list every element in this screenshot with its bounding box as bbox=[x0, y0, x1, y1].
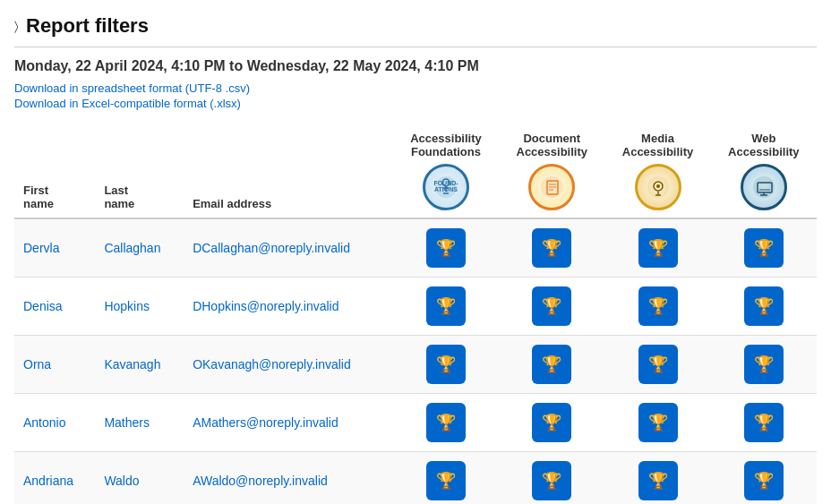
cell-badge-foundations: 🏆 bbox=[393, 452, 499, 505]
col-header-web-accessibility: Web Accessibility bbox=[711, 124, 817, 218]
cell-last-name: Kavanagh bbox=[95, 336, 184, 394]
cell-badge-foundations: 🏆 bbox=[393, 394, 499, 452]
cell-badge-web: 🏆 bbox=[711, 278, 817, 336]
cell-badge-web: 🏆 bbox=[711, 452, 817, 505]
trophy-icon: 🏆 bbox=[648, 296, 668, 316]
chevron-right-icon: 〉 bbox=[14, 19, 19, 34]
trophy-button-media[interactable]: 🏆 bbox=[638, 461, 678, 500]
cell-last-name: Waldo bbox=[95, 452, 184, 505]
date-range: Monday, 22 April 2024, 4:10 PM to Wednes… bbox=[14, 58, 817, 74]
cell-badge-media: 🏆 bbox=[604, 218, 710, 278]
trophy-icon: 🏆 bbox=[542, 471, 561, 491]
cell-badge-media: 🏆 bbox=[604, 278, 710, 336]
trophy-icon: 🏆 bbox=[436, 238, 456, 258]
cell-first-name: Orna bbox=[14, 336, 95, 394]
cell-badge-web: 🏆 bbox=[711, 218, 817, 278]
trophy-button-foundations[interactable]: 🏆 bbox=[426, 228, 466, 268]
table-row: OrnaKavanaghOKavanagh@noreply.invalid🏆🏆🏆… bbox=[14, 336, 817, 394]
cell-email: DHopkins@noreply.invalid bbox=[184, 278, 393, 336]
cell-first-name: Dervla bbox=[14, 218, 95, 278]
trophy-icon: 🏆 bbox=[648, 238, 668, 258]
report-table: First name Last name Email address Acces… bbox=[14, 124, 817, 504]
col-header-accessibility-foundations: Accessibility Foundations FOUND- ATIONS bbox=[393, 124, 499, 218]
table-row: DenisaHopkinsDHopkins@noreply.invalid🏆🏆🏆… bbox=[14, 278, 817, 336]
trophy-button-foundations[interactable]: 🏆 bbox=[426, 286, 466, 326]
trophy-icon: 🏆 bbox=[436, 355, 456, 374]
download-csv-link[interactable]: Download in spreadsheet format (UTF-8 .c… bbox=[14, 81, 817, 95]
col-header-email: Email address bbox=[184, 124, 393, 218]
col-header-document-accessibility: Document Accessibility bbox=[499, 124, 604, 218]
trophy-button-media[interactable]: 🏆 bbox=[638, 286, 678, 326]
trophy-icon: 🏆 bbox=[542, 355, 561, 374]
trophy-button-media[interactable]: 🏆 bbox=[638, 345, 678, 384]
cell-first-name: Antonio bbox=[14, 394, 95, 452]
trophy-button-web[interactable]: 🏆 bbox=[744, 345, 784, 384]
cell-email: DCallaghan@noreply.invalid bbox=[184, 218, 393, 278]
download-xlsx-link[interactable]: Download in Excel-compatible format (.xl… bbox=[14, 97, 817, 110]
trophy-button-foundations[interactable]: 🏆 bbox=[426, 345, 466, 384]
trophy-icon: 🏆 bbox=[754, 413, 774, 432]
trophy-button-document[interactable]: 🏆 bbox=[532, 345, 571, 384]
trophy-icon: 🏆 bbox=[542, 296, 561, 316]
download-links: Download in spreadsheet format (UTF-8 .c… bbox=[14, 81, 817, 110]
trophy-button-document[interactable]: 🏆 bbox=[532, 461, 571, 500]
trophy-icon: 🏆 bbox=[542, 238, 561, 258]
trophy-button-foundations[interactable]: 🏆 bbox=[426, 461, 466, 500]
trophy-icon: 🏆 bbox=[542, 413, 561, 432]
trophy-icon: 🏆 bbox=[436, 471, 456, 491]
table-header-row: First name Last name Email address Acces… bbox=[14, 124, 817, 218]
trophy-button-web[interactable]: 🏆 bbox=[744, 461, 784, 500]
trophy-button-media[interactable]: 🏆 bbox=[638, 403, 678, 442]
cell-badge-document: 🏆 bbox=[499, 278, 604, 336]
cell-badge-foundations: 🏆 bbox=[393, 278, 499, 336]
cell-email: OKavanagh@noreply.invalid bbox=[184, 336, 393, 394]
trophy-button-document[interactable]: 🏆 bbox=[532, 403, 571, 442]
col-header-last-name: Last name bbox=[95, 124, 184, 218]
cell-email: AWaldo@noreply.invalid bbox=[184, 452, 393, 505]
trophy-button-document[interactable]: 🏆 bbox=[532, 286, 571, 326]
col-header-first-name: First name bbox=[14, 124, 95, 218]
table-row: AntonioMathersAMathers@noreply.invalid🏆🏆… bbox=[14, 394, 817, 452]
cell-badge-document: 🏆 bbox=[499, 452, 604, 505]
col-header-media-accessibility: Media Accessibility bbox=[604, 124, 710, 218]
cell-badge-web: 🏆 bbox=[711, 336, 817, 394]
svg-point-14 bbox=[656, 184, 660, 188]
cell-badge-foundations: 🏆 bbox=[393, 218, 499, 278]
document-badge-icon bbox=[528, 164, 575, 210]
media-badge-icon bbox=[635, 164, 681, 210]
cell-badge-document: 🏆 bbox=[499, 336, 604, 394]
cell-badge-media: 🏆 bbox=[604, 394, 710, 452]
cell-last-name: Callaghan bbox=[95, 218, 184, 278]
cell-badge-media: 🏆 bbox=[604, 452, 710, 505]
cell-badge-foundations: 🏆 bbox=[393, 336, 499, 394]
trophy-icon: 🏆 bbox=[648, 471, 668, 491]
trophy-button-web[interactable]: 🏆 bbox=[744, 403, 784, 442]
foundations-badge-icon: FOUND- ATIONS bbox=[423, 164, 469, 210]
cell-badge-media: 🏆 bbox=[604, 336, 710, 394]
cell-first-name: Andriana bbox=[14, 452, 95, 505]
trophy-icon: 🏆 bbox=[648, 413, 668, 432]
trophy-icon: 🏆 bbox=[754, 296, 774, 316]
svg-text:FOUND-: FOUND- bbox=[433, 180, 458, 186]
cell-last-name: Hopkins bbox=[95, 278, 184, 336]
cell-first-name: Denisa bbox=[14, 278, 95, 336]
cell-badge-web: 🏆 bbox=[711, 394, 817, 452]
cell-email: AMathers@noreply.invalid bbox=[184, 394, 393, 452]
report-filters-section: 〉 Report filters bbox=[14, 14, 817, 47]
trophy-button-foundations[interactable]: 🏆 bbox=[426, 403, 466, 442]
table-row: AndrianaWaldoAWaldo@noreply.invalid🏆🏆🏆🏆 bbox=[14, 452, 817, 505]
trophy-icon: 🏆 bbox=[754, 471, 774, 491]
trophy-button-media[interactable]: 🏆 bbox=[638, 228, 678, 268]
report-filters-title: Report filters bbox=[26, 14, 149, 38]
cell-badge-document: 🏆 bbox=[499, 218, 604, 278]
table-row: DervlaCallaghanDCallaghan@noreply.invali… bbox=[14, 218, 817, 278]
trophy-button-document[interactable]: 🏆 bbox=[532, 228, 571, 268]
trophy-icon: 🏆 bbox=[436, 296, 456, 316]
web-badge-icon bbox=[741, 164, 787, 210]
trophy-icon: 🏆 bbox=[754, 238, 774, 258]
trophy-button-web[interactable]: 🏆 bbox=[744, 228, 784, 268]
trophy-icon: 🏆 bbox=[648, 355, 668, 374]
trophy-button-web[interactable]: 🏆 bbox=[744, 286, 784, 326]
cell-last-name: Mathers bbox=[95, 394, 184, 452]
trophy-icon: 🏆 bbox=[754, 355, 774, 374]
